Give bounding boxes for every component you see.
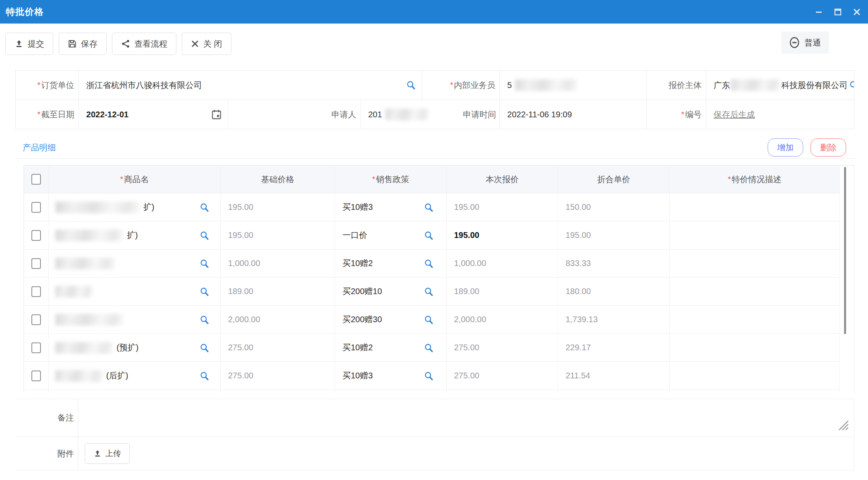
- base-price-value: 275.00: [228, 371, 253, 380]
- remarks-textarea[interactable]: [78, 399, 854, 437]
- quote-subject-prefix: 广东: [713, 80, 730, 91]
- close-form-button[interactable]: 关 闭: [182, 33, 231, 55]
- delete-row-button[interactable]: 删除: [811, 138, 846, 157]
- search-icon[interactable]: [200, 343, 209, 353]
- close-form-label: 关 闭: [203, 38, 222, 50]
- quote-cell[interactable]: 1,000.00: [447, 250, 558, 277]
- upload-label: 上传: [105, 448, 121, 459]
- special-desc-cell[interactable]: [670, 306, 840, 333]
- table-row-partial: [24, 390, 840, 393]
- search-icon[interactable]: [200, 315, 209, 325]
- submit-button[interactable]: 提交: [5, 33, 53, 55]
- doc-number-value[interactable]: 保存后生成: [713, 109, 755, 120]
- policy-cell[interactable]: 买10赠3: [335, 362, 447, 390]
- quote-cell[interactable]: 2,000.00: [447, 306, 558, 333]
- search-icon[interactable]: [406, 80, 416, 90]
- search-icon[interactable]: [200, 230, 209, 240]
- order-unit-field[interactable]: 浙江省杭州市八骏科技有限公司: [79, 71, 422, 100]
- table-actions: 增加 删除: [768, 138, 846, 157]
- row-checkbox[interactable]: [31, 342, 41, 353]
- unit-price-value: 1,739.13: [566, 315, 598, 324]
- internal-salesman-field[interactable]: 5: [500, 71, 647, 100]
- row-checkbox[interactable]: [31, 230, 41, 241]
- upload-button[interactable]: 上传: [85, 443, 130, 464]
- policy-cell[interactable]: 买10赠2: [335, 334, 447, 361]
- internal-salesman-value: 5: [507, 81, 512, 90]
- view-flow-button[interactable]: 查看流程: [112, 33, 176, 55]
- add-row-button[interactable]: 增加: [768, 138, 803, 157]
- order-unit-label: *订货单位: [16, 71, 79, 100]
- search-icon[interactable]: [200, 202, 209, 212]
- redacted-product-name: [55, 370, 103, 382]
- product-name-cell[interactable]: [49, 278, 221, 305]
- priority-mode-selector[interactable]: 普通: [781, 31, 829, 54]
- search-icon[interactable]: [849, 80, 854, 90]
- search-icon[interactable]: [424, 230, 434, 240]
- calendar-icon[interactable]: [211, 109, 222, 120]
- special-desc-cell[interactable]: [670, 193, 840, 221]
- policy-cell[interactable]: 买10赠2: [335, 250, 447, 277]
- policy-cell[interactable]: 买10赠3: [335, 193, 447, 221]
- deadline-field[interactable]: 2022-12-01: [79, 100, 228, 129]
- table-row: (后扩) 275.00 买10赠3 275.00 211.54: [24, 362, 840, 390]
- apply-time-value: 2022-11-06 19:09: [507, 110, 572, 119]
- policy-cell[interactable]: 买200赠30: [335, 306, 447, 333]
- product-name-cell[interactable]: 扩): [49, 221, 221, 249]
- policy-cell[interactable]: 买200赠10: [335, 278, 447, 305]
- redacted-product-name: [55, 314, 124, 326]
- product-name-cell[interactable]: (后扩): [49, 362, 221, 390]
- header-special-desc: *特价情况描述: [670, 166, 840, 193]
- special-desc-cell[interactable]: [670, 278, 840, 305]
- applicant-value: 201: [368, 110, 382, 119]
- product-name-cell[interactable]: 扩): [49, 193, 221, 221]
- apply-time-label: 申请时间: [463, 109, 499, 120]
- search-icon[interactable]: [424, 287, 434, 297]
- search-icon[interactable]: [200, 287, 209, 297]
- search-icon[interactable]: [424, 343, 434, 353]
- deadline-value: 2022-12-01: [86, 110, 128, 119]
- minimize-icon[interactable]: [815, 8, 823, 16]
- policy-cell[interactable]: 一口价: [335, 221, 447, 249]
- attachment-label: 附件: [15, 437, 78, 470]
- product-name-cell[interactable]: (预扩): [49, 334, 221, 361]
- base-price-value: 189.00: [228, 287, 253, 296]
- special-desc-cell[interactable]: [670, 362, 840, 390]
- search-icon[interactable]: [424, 202, 434, 212]
- save-button[interactable]: 保存: [59, 33, 107, 55]
- table-row: 扩) 195.00 一口价 195.00 195.00: [24, 221, 840, 250]
- special-desc-cell[interactable]: [670, 250, 840, 277]
- base-price-value: 195.00: [228, 230, 253, 240]
- special-desc-cell[interactable]: [670, 221, 840, 249]
- view-flow-label: 查看流程: [134, 38, 167, 50]
- quote-subject-field[interactable]: 广东 科技股份有限公司: [706, 71, 854, 100]
- product-name-cell[interactable]: [49, 306, 221, 333]
- row-checkbox[interactable]: [31, 286, 41, 297]
- select-all-checkbox[interactable]: [31, 174, 41, 185]
- floppy-icon: [68, 39, 77, 48]
- resize-handle-icon[interactable]: [837, 419, 849, 431]
- search-icon[interactable]: [200, 371, 209, 381]
- search-icon[interactable]: [424, 371, 434, 381]
- quote-cell[interactable]: 195.00: [447, 193, 558, 221]
- redacted-product-name: [55, 342, 113, 354]
- quote-cell[interactable]: 275.00: [447, 334, 558, 361]
- search-icon[interactable]: [200, 259, 209, 269]
- special-desc-cell[interactable]: [670, 334, 840, 361]
- header-base-price: 基础价格: [221, 166, 335, 193]
- maximize-icon[interactable]: [834, 8, 842, 16]
- close-icon[interactable]: [853, 8, 861, 16]
- search-icon[interactable]: [424, 315, 434, 325]
- header-unit-price: 折合单价: [558, 166, 670, 193]
- quote-cell[interactable]: 275.00: [447, 362, 558, 390]
- table-scrollbar[interactable]: [844, 167, 846, 334]
- product-name-cell[interactable]: [49, 250, 221, 277]
- row-checkbox[interactable]: [31, 258, 41, 269]
- row-checkbox[interactable]: [31, 202, 41, 213]
- unit-price-value: 195.00: [566, 230, 591, 240]
- search-icon[interactable]: [424, 259, 434, 269]
- quote-cell[interactable]: 189.00: [447, 278, 558, 305]
- unit-price-value: 180.00: [566, 287, 591, 296]
- quote-cell[interactable]: 195.00: [447, 221, 558, 249]
- row-checkbox[interactable]: [31, 371, 41, 381]
- row-checkbox[interactable]: [31, 314, 41, 325]
